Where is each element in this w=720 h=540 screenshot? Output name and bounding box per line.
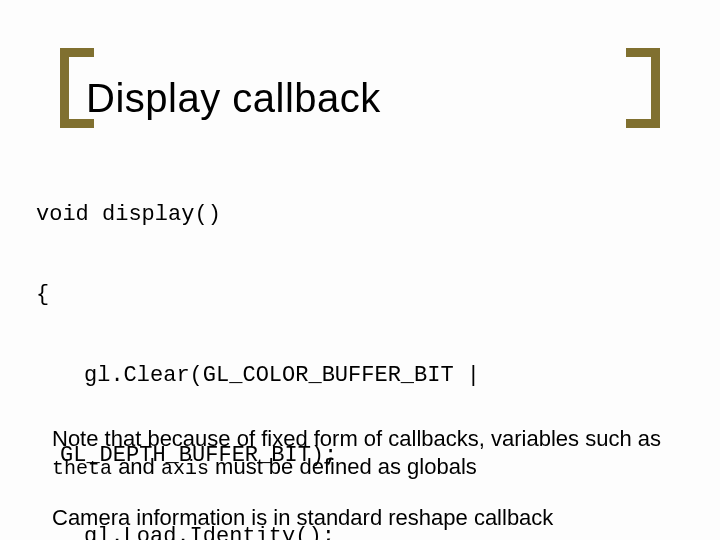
note-text: must be defined as globals	[209, 454, 477, 479]
code-line: gl.Clear(GL_COLOR_BUFFER_BIT |	[36, 363, 559, 390]
slide-title: Display callback	[86, 76, 381, 121]
note-text: Note that because of fixed form of callb…	[52, 426, 661, 451]
note-text: and	[112, 454, 161, 479]
code-line: {	[36, 282, 559, 309]
title-area: Display callback	[60, 48, 660, 128]
inline-code: theta	[52, 457, 112, 480]
note-text-2: Camera information is in standard reshap…	[52, 505, 672, 531]
bracket-right-icon	[626, 48, 660, 128]
code-line: void display()	[36, 202, 559, 229]
slide: Display callback void display() { gl.Cle…	[0, 0, 720, 540]
note-text-1: Note that because of fixed form of callb…	[52, 425, 672, 481]
code-block: void display() { gl.Clear(GL_COLOR_BUFFE…	[36, 148, 559, 540]
inline-code: axis	[161, 457, 209, 480]
